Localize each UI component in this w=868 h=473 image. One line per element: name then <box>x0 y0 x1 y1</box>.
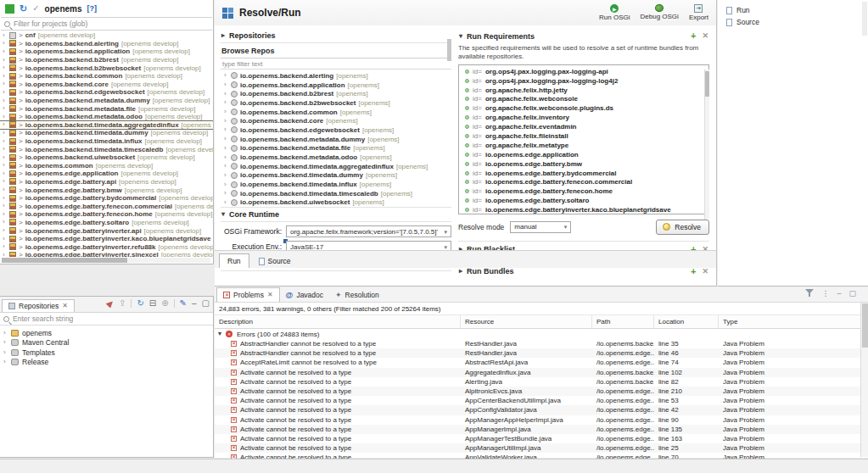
problem-row[interactable]: AbstractHandler cannot be resolved to a … <box>215 348 868 358</box>
expander-icon[interactable]: › <box>3 243 7 250</box>
expander-icon[interactable]: › <box>3 40 7 47</box>
project-tree-item[interactable]: › > io.openems.backend.metadata.file [op… <box>0 104 213 113</box>
expander-icon[interactable]: › <box>3 195 7 202</box>
repository-item[interactable]: › Release <box>0 358 213 368</box>
tab-javadoc[interactable]: @ Javadoc <box>280 288 329 302</box>
refresh-icon[interactable]: ↻ <box>20 4 27 14</box>
expander-icon[interactable]: › <box>3 114 7 120</box>
bundle-item[interactable]: › io.openems.backend.b2bwebsocket [opene… <box>221 98 451 108</box>
expander-icon[interactable]: › <box>3 203 7 209</box>
column-header[interactable]: Path <box>592 315 654 328</box>
bundle-item[interactable]: › io.openems.backend.timedata.aggregated… <box>221 162 451 171</box>
resolve-mode-select[interactable]: manual ▾ <box>510 221 571 233</box>
project-tree-item[interactable]: › > cnf [openems develop] <box>0 31 213 40</box>
project-tree-item[interactable]: › > io.openems.backend.timedata.influx [… <box>0 137 213 146</box>
section-core-runtime[interactable]: ▾ Core Runtime <box>221 207 451 222</box>
tab-run[interactable]: Run <box>219 253 249 268</box>
requirement-item[interactable]: id= org.ops4j.pax.logging.pax-logging-ap… <box>459 67 708 76</box>
repository-item[interactable]: › Maven Central <box>0 338 213 348</box>
expander-icon[interactable]: › <box>3 121 7 128</box>
problem-row[interactable]: AcceptRateLimit cannot be resolved to a … <box>215 358 868 367</box>
expander-icon[interactable]: › <box>224 109 228 115</box>
column-header[interactable]: Location <box>654 315 719 328</box>
requirement-item[interactable]: id= org.apache.felix.webconsole.plugins.… <box>459 103 708 113</box>
refresh-icon[interactable]: ↻ <box>137 299 143 308</box>
browse-filter-input[interactable] <box>222 60 426 68</box>
expander-icon[interactable]: › <box>3 219 7 225</box>
problem-row[interactable]: Activate cannot be resolved to a type Al… <box>215 387 868 396</box>
requirement-item[interactable]: id= io.openems.edge.battery.bydcommercia… <box>459 169 708 178</box>
project-tree-item[interactable]: › > io.openems.backend.metadata.odoo [op… <box>0 113 213 121</box>
expander-icon[interactable]: › <box>224 136 228 142</box>
expander-icon[interactable]: › <box>224 91 228 97</box>
expander-icon[interactable]: › <box>3 97 7 104</box>
scrollbar-thumb[interactable] <box>447 39 451 61</box>
bundle-item[interactable]: › io.openems.backend.alerting [openems] <box>221 71 451 81</box>
scrollbar-thumb[interactable] <box>705 71 709 97</box>
repository-search-input[interactable] <box>13 314 182 323</box>
project-tree-item[interactable]: › > io.openems.edge.batteryinverter.api … <box>0 226 213 235</box>
expander-icon[interactable]: › <box>3 73 7 80</box>
requirement-item[interactable]: id= org.apache.felix.inventory <box>459 113 708 122</box>
expander-icon[interactable]: › <box>224 172 228 179</box>
bundle-item[interactable]: › io.openems.backend.timedata.dummy [ope… <box>221 171 451 181</box>
expander-icon[interactable]: › <box>224 72 228 79</box>
project-tree-item[interactable]: › > io.openems.backend.application [open… <box>0 47 213 56</box>
project-tree-item[interactable]: › > io.openems.common [openems develop] <box>0 162 213 170</box>
requirement-item[interactable]: id= io.openems.edge.battery.fenecon.home <box>459 186 708 196</box>
expanded-arrow-icon[interactable]: ▾ <box>218 331 221 337</box>
expander-icon[interactable]: › <box>3 339 8 346</box>
maximize-icon[interactable]: ▢ <box>202 299 210 308</box>
project-tree-item[interactable]: › > io.openems.edge.batteryinverter.sine… <box>0 251 213 257</box>
resolve-button[interactable]: Resolve <box>656 220 709 235</box>
column-header[interactable]: Description <box>215 315 461 328</box>
requirement-item[interactable]: id= org.apache.felix.metatype <box>459 141 708 150</box>
add-bundle-icon[interactable]: + <box>691 267 696 276</box>
collapse-all-icon[interactable]: ⊟ <box>149 299 156 308</box>
problem-row[interactable]: AbstractHandler cannot be resolved to a … <box>215 339 868 348</box>
requirement-item[interactable]: id= io.openems.edge.batteryinverter.kaco… <box>459 205 708 214</box>
expander-icon[interactable]: › <box>3 211 7 218</box>
expander-icon[interactable]: › <box>224 99 228 106</box>
problem-row[interactable]: Activate cannot be resolved to a type Ap… <box>215 415 868 425</box>
bundle-item[interactable]: › io.openems.backend.common [openems] <box>221 108 451 117</box>
project-tree-item[interactable]: › > io.openems.backend.timedata.timescal… <box>0 145 213 153</box>
project-tree-item[interactable]: › > io.openems.backend.uiwebsocket [open… <box>0 153 213 162</box>
view-menu-icon[interactable]: ⋮ <box>821 290 829 298</box>
minimize-icon[interactable]: – <box>192 299 197 308</box>
requirement-item[interactable]: id= io.openems.edge.battery.fenecon.comm… <box>459 177 708 186</box>
expander-icon[interactable]: › <box>3 89 7 96</box>
problem-row[interactable]: Activate cannot be resolved to a type Ap… <box>215 405 868 415</box>
project-tree-item[interactable]: › > io.openems.edge.battery.api [openems… <box>0 178 213 186</box>
expanded-arrow-icon[interactable]: ▾ <box>221 211 225 218</box>
project-tree-item[interactable]: › > io.openems.edge.battery.fenecon.home… <box>0 210 213 219</box>
bundle-item[interactable]: › io.openems.backend.edgewebsocket [open… <box>221 125 451 135</box>
expander-icon[interactable]: › <box>224 190 228 197</box>
project-tree-item[interactable]: › > io.openems.backend.alerting [openems… <box>0 40 213 48</box>
project-tree-item[interactable]: › > io.openems.backend.edgewebsocket [op… <box>0 88 213 97</box>
expander-icon[interactable]: › <box>3 154 7 161</box>
requirement-item[interactable]: id= io.openems.edge.application <box>459 150 708 159</box>
expander-icon[interactable]: › <box>224 199 228 206</box>
project-tree-item[interactable]: › > io.openems.edge.application [openems… <box>0 170 213 178</box>
problem-row[interactable]: Activate cannot be resolved to a type Ap… <box>215 396 868 405</box>
outline-scrollbar[interactable] <box>862 2 867 36</box>
section-repositories[interactable]: ▸ Repositories <box>221 29 451 43</box>
repository-item[interactable]: › Templates <box>0 348 213 358</box>
expander-icon[interactable]: › <box>3 81 7 87</box>
collapsed-arrow-icon[interactable]: ▸ <box>459 268 462 275</box>
add-repository-icon[interactable]: ⊕ <box>161 299 168 308</box>
expander-icon[interactable]: › <box>224 126 228 133</box>
project-tree-item[interactable]: › > io.openems.backend.b2bwebsocket [ope… <box>0 64 213 72</box>
run-osgi-button[interactable]: ▶ Run OSGi <box>599 4 630 21</box>
expander-icon[interactable]: › <box>3 146 7 153</box>
expander-icon[interactable]: › <box>224 154 228 161</box>
bundle-item[interactable]: › io.openems.backend.metadata.file [open… <box>221 144 451 153</box>
section-run-requirements[interactable]: ▾ Run Requirements + ✕ <box>458 29 709 43</box>
bundle-item[interactable]: › io.openems.backend.application [openem… <box>221 81 451 90</box>
bundle-item[interactable]: › io.openems.backend.metadata.odoo [open… <box>221 153 451 162</box>
requirement-item[interactable]: id= io.openems.edge.battery.soltaro <box>459 196 708 205</box>
requirement-item[interactable]: id= org.apache.felix.http.jetty <box>459 86 708 95</box>
problem-row[interactable]: Activate cannot be resolved to a type Ap… <box>215 434 868 443</box>
problems-scrollbar[interactable] <box>860 303 868 457</box>
